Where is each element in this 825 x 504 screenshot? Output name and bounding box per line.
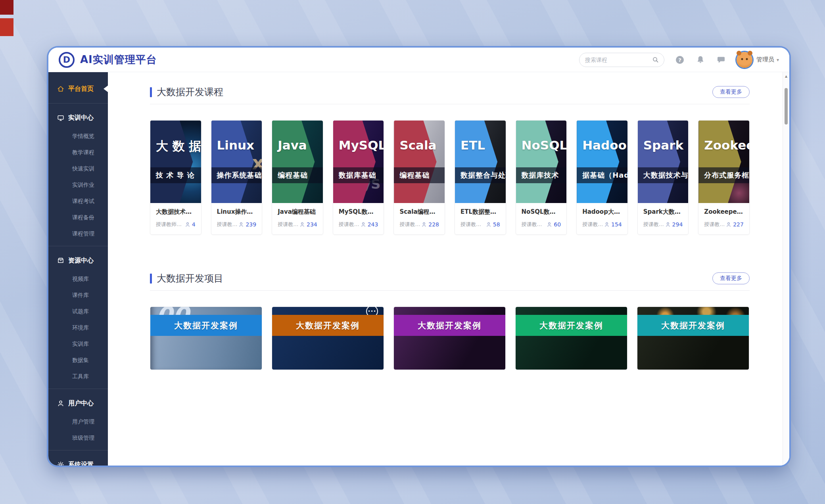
desktop-background: D AI实训管理平台 ? 管理员 ▾ [0,0,825,504]
main-content: 大数据开发课程 查看更多 大 数 据 技 术 导 论 [108,72,783,466]
notification-bell-icon[interactable] [695,55,706,65]
project-banner-label: 大数据开发案例 [539,320,603,331]
scrollbar-thumb[interactable] [785,88,788,125]
search-box[interactable] [579,53,664,67]
cover-subtitle-band: 数据库技术 [516,167,567,183]
section-title-bar [150,274,152,284]
message-icon[interactable] [716,55,726,65]
course-title: Linux操作系统基础 [217,208,257,216]
teacher-label: 授课教师： [339,221,361,227]
course-card[interactable]: MyS MySQL 数据库基础 MySQL数据库基础 授课教师：售前 [333,120,384,235]
sidebar-divider [48,103,108,103]
course-card[interactable]: NoSQL 数据库技术 NoSQL数据库技术 授课教师：售前_演示 [516,120,567,235]
sidebar-group-item[interactable]: 系统设置 [48,454,108,466]
sidebar-child-item[interactable]: 试题库 [48,303,108,320]
section-title: 大数据开发课程 [157,86,223,98]
course-card[interactable]: Scala 编程基础 Scala编程基础 授课教师：售前_演示 [393,120,445,235]
sidebar-group-icon [57,400,64,407]
course-card[interactable]: 大 数 据 技 术 导 论 大数据技术基础 授课教师：北京市对外贸易学校教... [150,120,201,235]
sidebar-child-label: 课程备份 [72,214,94,221]
project-card[interactable]: 大数据开发案例 [393,307,506,370]
project-banner-label: 大数据开发案例 [296,320,360,331]
course-teacher: 授课教师：售前_演示 [704,221,726,228]
course-title: Zookeeper分布式服务框架 [704,208,744,216]
project-thumbnail: 大数据开发案例 [394,307,505,370]
chevron-down-icon[interactable]: ▾ [777,57,779,63]
course-teacher: 授课教师：管理员10 [217,221,239,228]
sidebar-child-item[interactable]: 视频库 [48,271,108,287]
sidebar-child-label: 课程管理 [72,230,94,238]
sidebar-child-item[interactable]: 学情概览 [48,128,108,144]
sidebar-child-label: 试题库 [72,308,89,315]
course-info: NoSQL数据库技术 授课教师：售前_演示 60 [516,203,567,234]
student-count: 239 [238,221,256,228]
sidebar-child-item[interactable]: 用户管理 [48,414,108,430]
sidebar-child-item[interactable]: 实训作业 [48,177,108,193]
course-card[interactable]: Spark 大数据技术与应用 Spark大数据技术与应用 授课教师：售前_演示 [637,120,689,235]
teacher-label: 授课教师： [522,221,547,227]
view-more-button[interactable]: 查看更多 [712,86,750,98]
project-card[interactable]: ··· 大数据开发案例 [272,307,384,370]
course-title: Java编程基础 [278,208,317,216]
cover-title: Java [278,138,307,152]
avatar[interactable] [737,52,752,68]
sidebar-group-item[interactable]: 平台首页 [48,79,108,99]
sidebar-child-item[interactable]: 教学课程 [48,144,108,161]
course-cover: Spark 大数据技术与应用 [638,121,689,203]
scrollbar[interactable]: ▲ [783,72,789,466]
sidebar-child-item[interactable]: 数据集 [48,352,108,368]
project-banner-label: 大数据开发案例 [418,320,482,331]
search-input[interactable] [584,56,652,63]
course-card[interactable]: Zookeeper 分布式服务框架 Zookeeper分布式服务框架 授课教师：… [698,120,750,235]
project-card[interactable]: 00 大数据开发案例 [150,307,262,370]
projects-section: 大数据开发项目 查看更多 00 大数据开发案例 [150,272,750,370]
person-icon [421,222,427,227]
help-icon[interactable]: ? [675,55,685,65]
project-thumbnail: ··· 大数据开发案例 [272,307,384,370]
user-name[interactable]: 管理员 [756,56,774,63]
project-banner-label: 大数据开发案例 [661,320,725,331]
sidebar-child-item[interactable]: 班级管理 [48,430,108,446]
course-card[interactable]: ETL 数据整合与处理 ETL数据整合与处理（Kettle） 授课教师：售前_演… [455,120,506,235]
course-card[interactable]: Hadoop 据基础（Hadoop3） Hadoop大数据基础（Hadoop3）… [576,120,628,235]
course-card[interactable]: inux Linux 操作系统基础 Linux操作系统基础 授课教师 [211,120,263,235]
sidebar-group-item[interactable]: 资源中心 [48,250,108,271]
view-more-button[interactable]: 查看更多 [712,272,750,284]
sidebar-group-item[interactable]: 用户中心 [48,393,108,414]
course-title: NoSQL数据库技术 [522,208,561,216]
section-header: 大数据开发课程 查看更多 [150,86,750,104]
sidebar-child-label: 快速实训 [72,165,94,172]
student-count-value: 4 [192,221,196,228]
course-meta: 授课教师：售前_演示 294 [643,221,683,228]
sidebar-child-item[interactable]: 工具库 [48,368,108,385]
project-card[interactable]: 大数据开发案例 [637,307,749,370]
sidebar-child-item[interactable]: 快速实训 [48,161,108,177]
teacher-label: 授课教师： [704,221,726,227]
student-count-value: 294 [672,221,683,228]
course-info: 大数据技术基础 授课教师：北京市对外贸易学校教... 4 [150,203,201,234]
sidebar-child-item[interactable]: 课程管理 [48,226,108,242]
project-thumbnail: 大数据开发案例 [516,307,627,370]
section-header: 大数据开发项目 查看更多 [150,272,750,291]
sidebar-child-item[interactable]: 课程备份 [48,209,108,226]
sidebar-child-item[interactable]: 环境库 [48,320,108,336]
course-title: Hadoop大数据基础（Hadoop3） [582,208,622,216]
person-icon [361,222,366,227]
sidebar-group-item[interactable]: 实训中心 [48,107,108,128]
sidebar-child-item[interactable]: 课程考试 [48,193,108,209]
course-cover: Scala 编程基础 [394,121,445,203]
course-card[interactable]: Java 编程基础 Java编程基础 授课教师：售前_演示 [272,120,323,235]
sidebar-child-item[interactable]: 课件库 [48,287,108,303]
person-icon [665,222,671,227]
app-title: AI实训管理平台 [80,53,157,67]
course-meta: 授课教师：售前_演示 234 [278,221,317,228]
course-teacher: 授课教师：北京市对外贸易学校教... [156,221,185,228]
cover-subtitle-band: 数据库基础 [333,167,384,183]
scrollbar-up-arrow[interactable]: ▲ [783,75,789,78]
sidebar-child-item[interactable]: 实训库 [48,336,108,352]
search-icon[interactable] [652,56,659,63]
course-card-grid: 大 数 据 技 术 导 论 大数据技术基础 授课教师：北京市对外贸易学校教... [150,120,750,235]
project-card[interactable]: 大数据开发案例 [515,307,627,370]
course-teacher: 授课教师：售前_演示 [278,221,299,228]
course-cover: NoSQL 数据库技术 [516,121,567,203]
